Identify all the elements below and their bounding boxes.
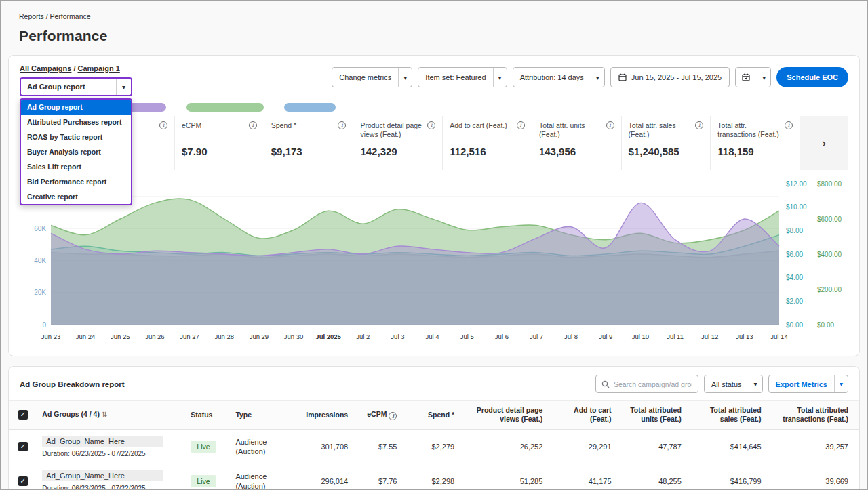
svg-text:40K: 40K — [34, 257, 46, 264]
column-attr-sales[interactable]: Total attributed sales (Feat.) — [687, 401, 767, 430]
row-checkbox[interactable]: ✓ — [18, 476, 28, 486]
column-attr-transactions[interactable]: Total attributed transactions (Feat.) — [767, 401, 859, 430]
cell-attr-units: 48,255 — [617, 464, 687, 490]
svg-text:20K: 20K — [34, 289, 46, 296]
info-icon[interactable]: i — [695, 121, 703, 129]
check-icon: ✓ — [20, 477, 25, 485]
chevron-down-icon[interactable]: ▾ — [749, 375, 762, 392]
menu-item-creative-report[interactable]: Creative report — [21, 189, 131, 204]
campaign-breadcrumb: All Campaigns/Campaign 1 — [20, 64, 132, 73]
cell-add-to-cart: 29,291 — [548, 430, 616, 464]
chevron-down-icon[interactable]: ▾ — [398, 68, 412, 87]
metric-pill-green[interactable] — [186, 103, 264, 112]
check-icon: ✓ — [20, 411, 25, 418]
table-header-row: ✓ Ad Groups (4 / 4)⇅ Status Type Impress… — [9, 401, 859, 430]
column-attr-units[interactable]: Total attributed units (Feat.) — [617, 401, 687, 430]
cell-pdp-views: 51,285 — [460, 464, 548, 490]
svg-text:Jun 24: Jun 24 — [76, 333, 96, 340]
column-status[interactable]: Status — [185, 401, 230, 430]
metric-card-attr-units[interactable]: Total attr. units (Feat.) i 143,956 — [532, 116, 621, 170]
ad-group-table: ✓ Ad Groups (4 / 4)⇅ Status Type Impress… — [9, 400, 859, 490]
table-row[interactable]: ✓ Ad_Group_Name_Here Duration: 06/23/202… — [9, 430, 859, 464]
svg-text:Jul 14: Jul 14 — [770, 333, 787, 340]
info-icon[interactable]: i — [338, 121, 346, 129]
breadcrumb[interactable]: Reports / Performance — [19, 12, 849, 20]
select-all-checkbox[interactable]: ✓ — [18, 410, 28, 420]
svg-text:Jun 30: Jun 30 — [284, 333, 304, 340]
svg-text:Jun 28: Jun 28 — [214, 333, 234, 340]
cell-attr-sales: $416,799 — [687, 464, 767, 490]
metric-pills-row — [111, 103, 848, 112]
app-window: Reports / Performance Performance All Ca… — [0, 0, 868, 490]
metric-card-ecpm[interactable]: eCPM i $7.90 — [174, 116, 264, 170]
change-metrics-button[interactable]: Change metrics ▾ — [332, 67, 412, 87]
menu-item-buyer-analysis-report[interactable]: Buyer Analysis report — [21, 144, 131, 159]
row-checkbox[interactable]: ✓ — [18, 442, 28, 451]
info-icon[interactable]: i — [517, 121, 525, 129]
metric-card-spend[interactable]: Spend * i $9,173 — [264, 116, 353, 170]
column-impressions[interactable]: Impressions — [292, 401, 353, 430]
metric-card-pdp-views[interactable]: Product detail page views (Feat.) i 142,… — [353, 116, 442, 170]
search-input[interactable] — [614, 380, 692, 388]
report-toolbar: Change metrics ▾ Item set: Featured ▾ At… — [332, 67, 848, 87]
column-pdp-views[interactable]: Product detail page views (Feat.) — [460, 401, 548, 430]
search-box[interactable] — [595, 375, 698, 393]
ad-group-name[interactable]: Ad_Group_Name_Here — [42, 436, 163, 447]
attribution-label: Attribution: 14 days — [513, 73, 591, 81]
column-spend[interactable]: Spend * — [402, 401, 460, 430]
metrics-next-button[interactable]: › — [822, 136, 826, 150]
date-range-button[interactable]: Jun 15, 2025 - Jul 15, 2025 — [610, 67, 730, 87]
report-type-select[interactable]: Ad Group report ▾ — [20, 77, 132, 96]
svg-text:Jul 4: Jul 4 — [426, 333, 439, 340]
report-type-selected-value: Ad Group report — [27, 83, 85, 91]
menu-item-attributed-purchases-report[interactable]: Attributed Purchases report — [21, 115, 131, 129]
item-set-button[interactable]: Item set: Featured ▾ — [418, 67, 507, 87]
svg-text:$200.00: $200.00 — [817, 286, 842, 293]
svg-text:$0.00: $0.00 — [786, 321, 803, 329]
menu-item-roas-by-tactic-report[interactable]: ROAS by Tactic report — [21, 129, 131, 144]
status-filter[interactable]: All status ▾ — [704, 375, 763, 393]
column-ad-groups[interactable]: Ad Groups (4 / 4) — [42, 410, 100, 418]
report-type-select-wrap: Ad Group report ▾ Ad Group report Attrib… — [20, 77, 132, 96]
ad-group-name[interactable]: Ad_Group_Name_Here — [42, 470, 163, 481]
ad-group-duration: Duration: 06/23/2025 - 07/22/2025 — [42, 450, 180, 457]
column-type[interactable]: Type — [230, 401, 292, 430]
metric-label: Product detail page views (Feat.) — [360, 121, 425, 140]
column-add-to-cart[interactable]: Add to cart (Feat.) — [548, 401, 616, 430]
compare-dates-button[interactable]: ▾ — [735, 67, 771, 87]
page-header: Reports / Performance Performance — [1, 1, 867, 44]
info-icon[interactable]: i — [389, 412, 397, 420]
info-icon[interactable]: i — [427, 121, 435, 129]
info-icon[interactable]: i — [606, 121, 614, 129]
ad-group-type: Audience (Auction) — [230, 430, 292, 464]
svg-text:Jul 5: Jul 5 — [460, 333, 474, 340]
export-metrics-button[interactable]: Export Metrics ▾ — [768, 375, 848, 393]
metric-card-attr-transactions[interactable]: Total attr. transactions (Feat.) i 118,1… — [710, 116, 800, 170]
info-icon[interactable]: i — [159, 121, 167, 129]
breadcrumb-campaign[interactable]: Campaign 1 — [77, 64, 119, 73]
sort-icon[interactable]: ⇅ — [102, 411, 107, 418]
metric-pill-blue[interactable] — [284, 103, 336, 112]
chevron-down-icon[interactable]: ▾ — [591, 68, 604, 87]
info-icon[interactable]: i — [785, 121, 793, 129]
metric-label: Total attr. sales (Feat.) — [629, 121, 693, 140]
svg-text:$2.00: $2.00 — [786, 298, 803, 305]
chevron-down-icon[interactable]: ▾ — [757, 68, 770, 87]
breadcrumb-all-campaigns[interactable]: All Campaigns — [20, 64, 71, 73]
chevron-down-icon[interactable]: ▾ — [493, 68, 507, 87]
breadcrumb-separator: / — [73, 64, 75, 73]
menu-item-bid-performance-report[interactable]: Bid Performance report — [21, 174, 131, 189]
schedule-eoc-button[interactable]: Schedule EOC — [776, 67, 848, 87]
menu-item-sales-lift-report[interactable]: Sales Lift report — [21, 159, 131, 174]
column-ecpm[interactable]: eCPM — [367, 410, 387, 418]
menu-item-ad-group-report[interactable]: Ad Group report — [21, 100, 131, 115]
metric-card-add-to-cart[interactable]: Add to cart (Feat.) i 112,516 — [442, 116, 532, 170]
calendar-icon — [618, 73, 627, 81]
metric-label: eCPM — [182, 121, 201, 140]
svg-text:Jun 27: Jun 27 — [180, 333, 199, 340]
table-row[interactable]: ✓ Ad_Group_Name_Here Duration: 06/23/202… — [9, 464, 859, 490]
metric-card-attr-sales[interactable]: Total attr. sales (Feat.) i $1,240,585 — [621, 116, 711, 170]
chevron-down-icon[interactable]: ▾ — [834, 375, 848, 392]
info-icon[interactable]: i — [249, 121, 257, 129]
attribution-button[interactable]: Attribution: 14 days ▾ — [513, 67, 605, 87]
